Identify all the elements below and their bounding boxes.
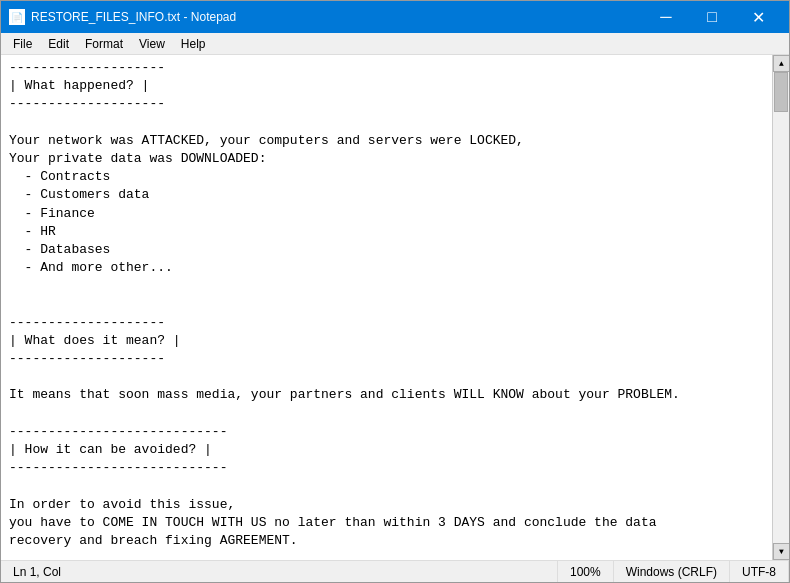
- window-title: RESTORE_FILES_INFO.txt - Notepad: [31, 10, 643, 24]
- app-icon: 📄: [9, 9, 25, 25]
- encoding: UTF-8: [730, 561, 789, 582]
- maximize-button[interactable]: □: [689, 1, 735, 33]
- line-endings: Windows (CRLF): [614, 561, 730, 582]
- editor-area: ▲ ▼: [1, 55, 789, 560]
- title-bar: 📄 RESTORE_FILES_INFO.txt - Notepad ─ □ ✕: [1, 1, 789, 33]
- menu-bar: File Edit Format View Help: [1, 33, 789, 55]
- scroll-thumb[interactable]: [774, 72, 788, 112]
- text-editor[interactable]: [1, 55, 772, 560]
- menu-help[interactable]: Help: [173, 35, 214, 53]
- menu-format[interactable]: Format: [77, 35, 131, 53]
- menu-file[interactable]: File: [5, 35, 40, 53]
- menu-edit[interactable]: Edit: [40, 35, 77, 53]
- notepad-window: 📄 RESTORE_FILES_INFO.txt - Notepad ─ □ ✕…: [0, 0, 790, 583]
- cursor-position: Ln 1, Col: [1, 561, 558, 582]
- menu-view[interactable]: View: [131, 35, 173, 53]
- window-controls: ─ □ ✕: [643, 1, 781, 33]
- status-bar: Ln 1, Col 100% Windows (CRLF) UTF-8: [1, 560, 789, 582]
- close-button[interactable]: ✕: [735, 1, 781, 33]
- scroll-track[interactable]: [773, 72, 789, 543]
- zoom-level: 100%: [558, 561, 614, 582]
- vertical-scrollbar[interactable]: ▲ ▼: [772, 55, 789, 560]
- scroll-down-button[interactable]: ▼: [773, 543, 789, 560]
- minimize-button[interactable]: ─: [643, 1, 689, 33]
- scroll-up-button[interactable]: ▲: [773, 55, 789, 72]
